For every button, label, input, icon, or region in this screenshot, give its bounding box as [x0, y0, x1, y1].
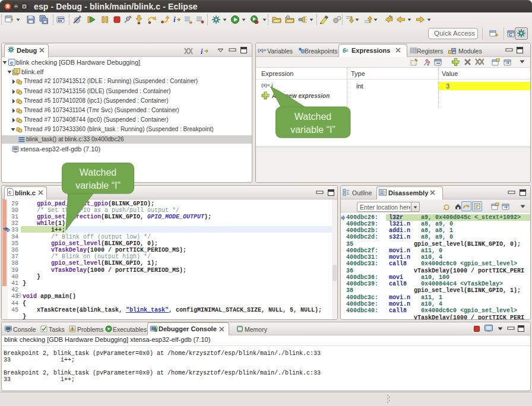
svg-text:i: i [173, 15, 176, 24]
svg-text:i: i [201, 47, 203, 55]
svg-text:c: c [8, 189, 11, 195]
svg-text:Watched: Watched [80, 167, 117, 177]
svg-text:variable “I”: variable “I” [75, 180, 121, 191]
svg-text:C: C [509, 32, 512, 37]
svg-text:Watched: Watched [294, 112, 332, 122]
svg-text:c: c [10, 60, 13, 66]
svg-text:variable “I”: variable “I” [290, 125, 335, 135]
svg-text:6⁶: 6⁶ [343, 47, 349, 54]
